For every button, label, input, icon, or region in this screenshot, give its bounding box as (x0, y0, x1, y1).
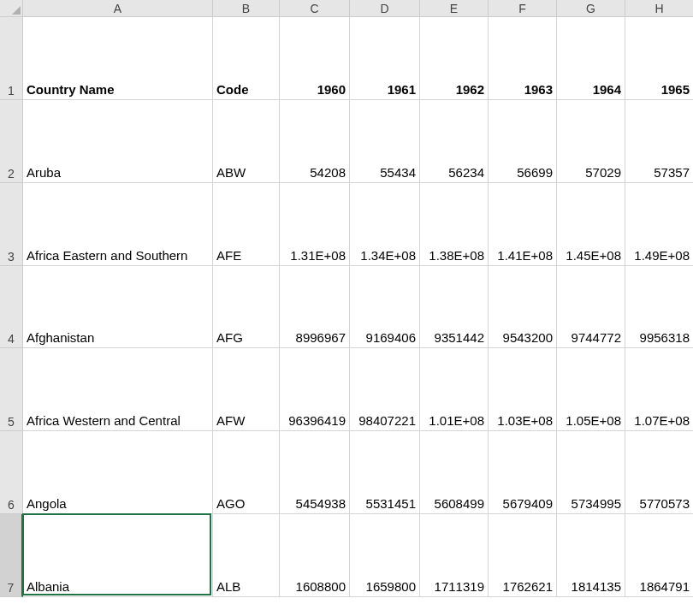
column-header-B[interactable]: B (213, 0, 280, 17)
table-row: AlbaniaALB160880016598001711319176262118… (23, 514, 693, 597)
cell-H6[interactable]: 5770573 (625, 431, 693, 514)
cell-D6[interactable]: 5531451 (350, 431, 420, 514)
select-all-corner[interactable] (0, 0, 23, 17)
cell-G5[interactable]: 1.05E+08 (557, 348, 625, 431)
cell-H3[interactable]: 1.49E+08 (625, 183, 693, 266)
select-all-triangle-icon (12, 6, 21, 15)
cell-H5[interactable]: 1.07E+08 (625, 348, 693, 431)
column-headers: ABCDEFGH (23, 0, 693, 17)
cell-C1[interactable]: 1960 (280, 17, 350, 100)
cell-A3[interactable]: Africa Eastern and Southern (23, 183, 213, 266)
cell-C2[interactable]: 54208 (280, 100, 350, 183)
cell-C4[interactable]: 8996967 (280, 266, 350, 348)
cell-G2[interactable]: 57029 (557, 100, 625, 183)
cell-D3[interactable]: 1.34E+08 (350, 183, 420, 266)
column-header-A[interactable]: A (23, 0, 213, 17)
cell-D1[interactable]: 1961 (350, 17, 420, 100)
cell-D7[interactable]: 1659800 (350, 514, 420, 597)
cell-G7[interactable]: 1814135 (557, 514, 625, 597)
table-row: ArubaABW542085543456234566995702957357 (23, 100, 693, 183)
table-row: Africa Western and CentralAFW96396419984… (23, 348, 693, 431)
column-header-D[interactable]: D (350, 0, 420, 17)
cell-G6[interactable]: 5734995 (557, 431, 625, 514)
cell-A1[interactable]: Country Name (23, 17, 213, 100)
cell-E4[interactable]: 9351442 (420, 266, 489, 348)
row-headers: 1234567 (0, 17, 23, 597)
cell-D5[interactable]: 98407221 (350, 348, 420, 431)
cell-B5[interactable]: AFW (213, 348, 280, 431)
cell-B7[interactable]: ALB (213, 514, 280, 597)
cell-C7[interactable]: 1608800 (280, 514, 350, 597)
cell-F2[interactable]: 56699 (489, 100, 557, 183)
cell-E3[interactable]: 1.38E+08 (420, 183, 489, 266)
column-header-G[interactable]: G (557, 0, 625, 17)
cell-A5[interactable]: Africa Western and Central (23, 348, 213, 431)
cell-H1[interactable]: 1965 (625, 17, 693, 100)
table-row: Africa Eastern and SouthernAFE1.31E+081.… (23, 183, 693, 266)
row-header-4[interactable]: 4 (0, 266, 23, 348)
cell-H4[interactable]: 9956318 (625, 266, 693, 348)
table-row: Country NameCode196019611962196319641965 (23, 17, 693, 100)
cell-B3[interactable]: AFE (213, 183, 280, 266)
cell-D4[interactable]: 9169406 (350, 266, 420, 348)
table-row: AfghanistanAFG89969679169406935144295432… (23, 266, 693, 348)
cell-E2[interactable]: 56234 (420, 100, 489, 183)
cell-E5[interactable]: 1.01E+08 (420, 348, 489, 431)
table-row: AngolaAGO5454938553145156084995679409573… (23, 431, 693, 514)
svg-marker-0 (12, 6, 21, 15)
cell-E6[interactable]: 5608499 (420, 431, 489, 514)
cell-G4[interactable]: 9744772 (557, 266, 625, 348)
cell-F5[interactable]: 1.03E+08 (489, 348, 557, 431)
row-header-3[interactable]: 3 (0, 183, 23, 266)
cell-G3[interactable]: 1.45E+08 (557, 183, 625, 266)
row-header-7[interactable]: 7 (0, 514, 23, 597)
cell-F6[interactable]: 5679409 (489, 431, 557, 514)
cell-B1[interactable]: Code (213, 17, 280, 100)
cell-B2[interactable]: ABW (213, 100, 280, 183)
cell-B6[interactable]: AGO (213, 431, 280, 514)
column-header-C[interactable]: C (280, 0, 350, 17)
cell-C5[interactable]: 96396419 (280, 348, 350, 431)
cell-A6[interactable]: Angola (23, 431, 213, 514)
cell-A4[interactable]: Afghanistan (23, 266, 213, 348)
cell-E1[interactable]: 1962 (420, 17, 489, 100)
cell-B4[interactable]: AFG (213, 266, 280, 348)
row-header-6[interactable]: 6 (0, 431, 23, 514)
cell-D2[interactable]: 55434 (350, 100, 420, 183)
cell-F3[interactable]: 1.41E+08 (489, 183, 557, 266)
row-header-2[interactable]: 2 (0, 100, 23, 183)
cell-F1[interactable]: 1963 (489, 17, 557, 100)
cell-A7[interactable]: Albania (23, 514, 213, 597)
row-header-1[interactable]: 1 (0, 17, 23, 100)
column-header-E[interactable]: E (420, 0, 489, 17)
cell-A2[interactable]: Aruba (23, 100, 213, 183)
cell-C6[interactable]: 5454938 (280, 431, 350, 514)
cell-G1[interactable]: 1964 (557, 17, 625, 100)
cell-F7[interactable]: 1762621 (489, 514, 557, 597)
column-header-F[interactable]: F (489, 0, 557, 17)
cell-H2[interactable]: 57357 (625, 100, 693, 183)
row-header-5[interactable]: 5 (0, 348, 23, 431)
column-header-H[interactable]: H (625, 0, 693, 17)
cell-H7[interactable]: 1864791 (625, 514, 693, 597)
cell-grid: Country NameCode196019611962196319641965… (23, 17, 693, 616)
cell-E7[interactable]: 1711319 (420, 514, 489, 597)
cell-C3[interactable]: 1.31E+08 (280, 183, 350, 266)
spreadsheet: ABCDEFGH 1234567 Country NameCode1960196… (0, 0, 693, 616)
cell-F4[interactable]: 9543200 (489, 266, 557, 348)
